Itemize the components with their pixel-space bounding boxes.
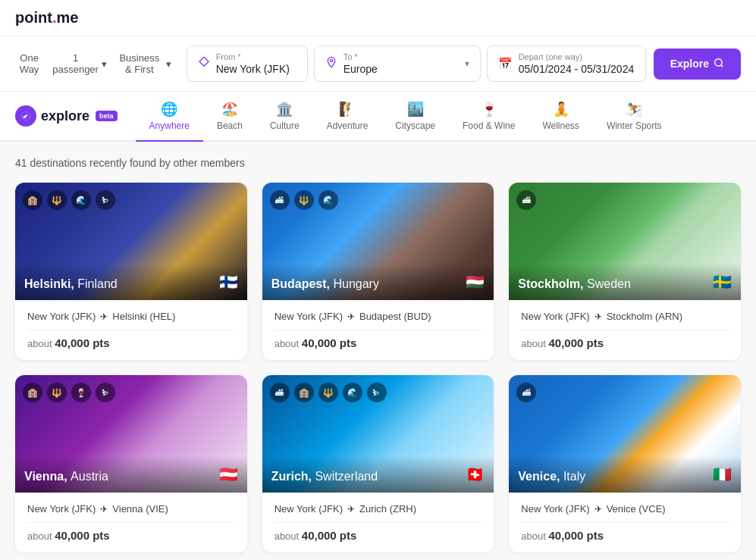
dest-overlay-budapest: Budapest, Hungary 🇭🇺 [262,264,494,300]
tab-winter-sports[interactable]: ⛷️ Winter Sports [593,92,676,142]
chevron-down-icon: ▾ [102,58,107,70]
route-from: New York (JFK) [274,311,343,322]
tab-wellness[interactable]: 🧘 Wellness [529,92,592,142]
category-badge-5: ⛷ [367,383,387,402]
beta-badge: beta [96,111,118,121]
route-budapest: New York (JFK) ✈ Budapest (BUD) [274,311,482,330]
trip-type-button[interactable]: One Way [15,52,43,75]
price-stockholm: about 40,000 pts [521,336,729,349]
logo: point.me [15,9,78,27]
price-zurich: about 40,000 pts [274,529,482,542]
from-label: From * [216,52,290,61]
tab-beach[interactable]: 🏖️ Beach [203,92,256,142]
trip-type-label: One Way [15,52,43,75]
flag-hungary: 🇭🇺 [466,273,485,291]
category-badge-3: 🍷 [71,383,91,402]
dest-image-stockholm: 🏙 Stockholm, Sweden 🇸🇪 [509,183,741,300]
destinations-grid: 🏨 🔱 🌊 ⛷ Helsinki, Finland 🇫🇮 New York (J… [15,183,741,552]
location-icon [198,56,210,71]
class-button[interactable]: Business & First ▾ [116,52,171,75]
to-field[interactable]: To * Europe ▾ [314,45,481,82]
dest-info-stockholm: New York (JFK) ✈ Stockholm (ARN) about 4… [509,300,741,360]
dest-image-venice: 🏙 Venice, Italy 🇮🇹 [509,375,741,493]
svg-marker-0 [199,57,209,66]
to-dropdown-arrow: ▾ [465,58,469,69]
dest-icon-badges: 🏨 🔱 🌊 ⛷ [23,190,115,210]
dest-card-helsinki[interactable]: 🏨 🔱 🌊 ⛷ Helsinki, Finland 🇫🇮 New York (J… [15,183,247,360]
dest-city-zurich: Zurich, Switzerland [271,470,378,483]
tab-adventure[interactable]: 🧗 Adventure [313,92,382,142]
price-label: about [274,338,302,349]
passengers-button[interactable]: 1 passenger ▾ [52,52,107,75]
route-from: New York (JFK) [521,503,589,515]
route-to: Stockholm (ARN) [607,311,682,322]
dest-card-vienna[interactable]: 🏨 🔱 🍷 ⛷ Vienna, Austria 🇦🇹 New York (JFK… [15,375,247,552]
category-nav: explore beta 🌐 Anywhere 🏖️ Beach 🏛️ Cult… [0,92,756,142]
route-from: New York (JFK) [274,503,343,515]
main-content: 41 destinations recently found by other … [0,142,756,560]
route-stockholm: New York (JFK) ✈ Stockholm (ARN) [521,311,729,330]
dest-info-zurich: New York (JFK) ✈ Zurich (ZRH) about 40,0… [262,493,494,552]
dest-icon-badges: 🏙 [516,190,536,210]
depart-value: 05/01/2024 - 05/31/2024 [519,63,635,75]
route-to: Vienna (VIE) [112,503,168,515]
culture-icon: 🏛️ [276,101,293,117]
flag-switzerland: 🇨🇭 [466,465,485,483]
route-helsinki: New York (JFK) ✈ Helsinki (HEL) [27,311,235,330]
tab-wellness-label: Wellness [542,120,579,131]
arrow-icon: ✈ [100,504,108,515]
arrow-icon: ✈ [100,311,108,322]
route-to: Budapest (BUD) [359,311,431,322]
svg-line-3 [721,64,723,67]
explore-logo-icon [15,105,36,127]
price-value: 40,000 pts [302,529,357,542]
arrow-icon: ✈ [347,311,355,322]
dest-card-stockholm[interactable]: 🏙 Stockholm, Sweden 🇸🇪 New York (JFK) ✈ … [509,183,741,360]
dest-overlay-stockholm: Stockholm, Sweden 🇸🇪 [509,264,741,300]
flag-italy: 🇮🇹 [713,465,732,483]
explore-btn-label: Explore [670,58,709,70]
tab-anywhere[interactable]: 🌐 Anywhere [136,92,203,142]
flag-sweden: 🇸🇪 [713,273,732,291]
price-label: about [274,530,302,542]
category-badge-2: 🔱 [47,383,67,402]
price-value: 40,000 pts [548,529,604,542]
tab-cityscape[interactable]: 🏙️ Cityscape [381,92,449,142]
tab-culture[interactable]: 🏛️ Culture [256,92,313,142]
category-badge-3: 🌊 [318,190,338,210]
svg-point-1 [330,59,332,61]
category-tabs: 🌐 Anywhere 🏖️ Beach 🏛️ Culture 🧗 Adventu… [136,92,676,140]
category-badge-2: 🔱 [294,190,314,210]
dest-city-stockholm: Stockholm, Sweden [518,277,631,291]
explore-button[interactable]: Explore [654,48,741,80]
dest-city-budapest: Budapest, Hungary [271,277,379,291]
from-field[interactable]: From * New York (JFK) [187,45,308,82]
route-zurich: New York (JFK) ✈ Zurich (ZRH) [274,503,482,523]
trip-options: One Way 1 passenger ▾ Business & First ▾ [15,52,171,75]
dest-icon-badges: 🏙 🏨 🔱 🌊 ⛷ [270,383,387,402]
category-badge-1: 🏙 [270,383,290,402]
date-field[interactable]: 📅 Depart (one way) 05/01/2024 - 05/31/20… [487,45,646,82]
adventure-icon: 🧗 [339,101,356,117]
price-label: about [521,530,548,542]
calendar-icon: 📅 [498,57,513,70]
tab-food-wine[interactable]: 🍷 Food & Wine [449,92,529,142]
search-fields: From * New York (JFK) To * Europe ▾ [187,45,646,82]
dest-card-budapest[interactable]: 🏙 🔱 🌊 Budapest, Hungary 🇭🇺 New York (JFK… [262,183,494,360]
dest-overlay-zurich: Zurich, Switzerland 🇨🇭 [262,456,494,493]
search-icon [714,58,724,70]
route-to: Venice (VCE) [607,503,666,515]
dest-icon-badges: 🏨 🔱 🍷 ⛷ [23,383,115,402]
search-bar: One Way 1 passenger ▾ Business & First ▾… [0,36,756,92]
dest-card-zurich[interactable]: 🏙 🏨 🔱 🌊 ⛷ Zurich, Switzerland 🇨🇭 New Yor… [262,375,494,552]
category-badge-4: ⛷ [96,190,115,210]
winter-sports-icon: ⛷️ [626,101,642,117]
category-badge-1: 🏨 [23,190,42,210]
dest-icon-badges: 🏙 🔱 🌊 [270,190,338,210]
destination-icon [325,56,337,71]
dest-image-vienna: 🏨 🔱 🍷 ⛷ Vienna, Austria 🇦🇹 [15,375,247,493]
chevron-down-icon: ▾ [166,58,171,70]
dest-card-venice[interactable]: 🏙 Venice, Italy 🇮🇹 New York (JFK) ✈ Veni… [509,375,741,552]
price-value: 40,000 pts [55,336,110,349]
to-label: To * [343,52,459,61]
